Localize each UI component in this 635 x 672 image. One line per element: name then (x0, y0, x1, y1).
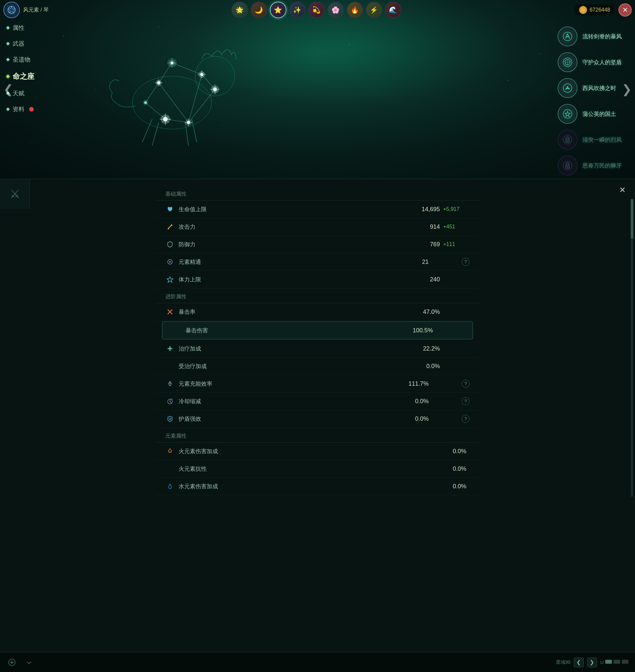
healing-label: 治疗加成 (179, 345, 423, 353)
constellation-item-6[interactable]: 恩眷万民的狮牙 (557, 155, 622, 175)
crit-dmg-icon (172, 326, 181, 335)
attack-bonus: +451 (443, 224, 469, 230)
attack-icon (166, 222, 175, 231)
defense-label: 防御力 (179, 241, 430, 248)
scrollbar-thumb[interactable] (631, 199, 633, 239)
svg-point-52 (567, 86, 568, 87)
constellation-icon-6-locked (557, 155, 577, 175)
constellation-item-5[interactable]: 须臾一瞬的烈风 (557, 130, 622, 150)
mastery-help-button[interactable]: ? (462, 258, 469, 266)
svg-point-59 (567, 167, 568, 168)
incoming-healing-label: 受治疗加成 (179, 362, 426, 370)
svg-point-0 (8, 6, 15, 14)
constellation-item-3[interactable]: 西风吹拂之时 (557, 78, 622, 98)
mastery-label: 元素精通 (179, 258, 422, 266)
mastery-value: 21 (422, 258, 429, 266)
shield-help-button[interactable]: ? (462, 415, 469, 423)
char-avatar-3[interactable]: ⭐ (270, 2, 286, 18)
crit-rate-icon (166, 307, 175, 316)
nav-arrow-right[interactable]: ❯ (622, 82, 632, 96)
char-avatar-9[interactable]: 🌊 (385, 2, 401, 18)
cooldown-value: 0.0% (415, 398, 429, 405)
section-advanced-header: 进阶属性 (155, 288, 480, 303)
constellation-icon-5-locked (557, 130, 577, 150)
constellation-item-1[interactable]: 流转剑脊的暴风 (557, 26, 622, 46)
close-stats-button[interactable]: ✕ (616, 184, 628, 196)
pyro-res-value: 0.0% (453, 465, 466, 472)
pyro-res-icon (166, 464, 175, 474)
sidebar-item-label: 资料 (13, 105, 24, 113)
hydro-dmg-label: 水元素伤害加成 (179, 483, 453, 490)
svg-point-65 (169, 261, 171, 262)
sidebar-item-profile[interactable]: 资料 (0, 101, 66, 117)
stamina-icon (166, 275, 175, 284)
char-avatar-8[interactable]: ⚡ (366, 2, 382, 18)
hp-value: 14,695 (422, 206, 440, 213)
nav-chars: 🌟 🌙 ⭐ ✨ 💫 🌸 🔥 ⚡ 🌊 (59, 2, 574, 18)
bottom-right-nav-button[interactable]: ❯ (587, 657, 597, 667)
hp-label: 生命值上限 (179, 206, 422, 213)
svg-marker-1 (8, 7, 15, 13)
cooldown-help-button[interactable]: ? (462, 397, 469, 405)
pyro-dmg-value: 0.0% (453, 448, 466, 455)
energy-help-button[interactable]: ? (462, 380, 469, 387)
shield-label: 护盾强效 (179, 415, 415, 423)
char-avatar-7[interactable]: 🔥 (347, 2, 363, 18)
constellation-label-5: 须臾一瞬的烈风 (583, 136, 622, 144)
pyro-res-label: 火元素抗性 (179, 465, 453, 473)
game-area: 风元素 / 琴 🌟 🌙 ⭐ ✨ 💫 🌸 🔥 (0, 0, 635, 179)
pyro-dmg-icon (166, 446, 175, 456)
stat-row-pyro-res: 火元素抗性 0.0% (155, 460, 480, 478)
char-avatar-2[interactable]: 🌙 (251, 2, 267, 18)
stat-row-energy: 元素充能效率 111.7% ? (155, 375, 480, 393)
char-avatar-1[interactable]: 🌟 (232, 2, 248, 18)
sidebar-item-label: 命之座 (13, 71, 35, 81)
stat-row-incoming-healing: 受治疗加成 0.0% (155, 358, 480, 375)
page-dot-2 (613, 660, 620, 664)
bottom-bar-right: 星域90 ❮ ❯ U (556, 657, 628, 667)
healing-value: 22.2% (423, 345, 440, 352)
char-avatar-6[interactable]: 🌸 (327, 2, 344, 18)
constellation-label-4: 蒲公英的国土 (583, 110, 616, 118)
char-avatar-4[interactable]: ✨ (289, 2, 306, 18)
sidebar-active-diamond-icon (6, 75, 9, 78)
section-elemental-header: 元素属性 (155, 428, 480, 443)
stat-row-stamina: 体力上限 240 (155, 271, 480, 288)
svg-marker-66 (167, 277, 173, 282)
crit-dmg-label: 暴击伤害 (185, 327, 413, 334)
stats-panel-inner: 基础属性 生命值上限 14,695 +5,917 (155, 179, 480, 502)
section-advanced-label: 进阶属性 (166, 294, 187, 299)
bottom-add-icon[interactable] (7, 657, 17, 668)
healing-icon (166, 344, 175, 353)
stamina-label: 体力上限 (179, 276, 430, 284)
bottom-left-nav-button[interactable]: ❮ (574, 657, 584, 667)
char-avatar-5[interactable]: 💫 (308, 2, 325, 18)
energy-label: 元素充能效率 (179, 380, 409, 387)
page-label: U (600, 660, 604, 665)
bottom-bar: 星域90 ❮ ❯ U (0, 652, 635, 672)
attack-value: 914 (430, 224, 440, 230)
defense-icon (166, 240, 175, 249)
top-nav: 风元素 / 琴 🌟 🌙 ⭐ ✨ 💫 🌸 🔥 (0, 0, 635, 20)
constellation-icon-3 (557, 78, 577, 98)
hydro-dmg-icon (166, 482, 175, 491)
close-game-button[interactable]: ✕ (618, 3, 632, 17)
hp-bonus: +5,917 (443, 206, 469, 212)
constellation-label-6: 恩眷万民的狮牙 (583, 162, 622, 169)
constellation-item-2[interactable]: 守护众人的坚盾 (557, 52, 622, 72)
nav-logo[interactable] (3, 2, 20, 18)
sidebar-item-label: 武器 (13, 40, 24, 48)
sidebar-item-artifacts[interactable]: 圣遗物 (0, 51, 66, 67)
constellation-item-4[interactable]: 蒲公英的国土 (557, 104, 622, 124)
defense-bonus: +111 (443, 241, 469, 247)
sidebar-diamond-icon (6, 58, 9, 61)
sidebar-item-weapon[interactable]: 武器 (0, 36, 66, 51)
sidebar-diamond-icon (6, 26, 9, 29)
scrollbar[interactable] (631, 199, 633, 497)
sidebar-item-attributes[interactable]: 属性 (0, 20, 66, 36)
nav-arrow-left[interactable]: ❮ (3, 82, 13, 96)
energy-icon (166, 379, 175, 388)
nav-currency: 6726448 (574, 4, 615, 16)
constellation-icon-1 (557, 26, 577, 46)
sidebar-item-label: 圣遗物 (13, 56, 30, 64)
